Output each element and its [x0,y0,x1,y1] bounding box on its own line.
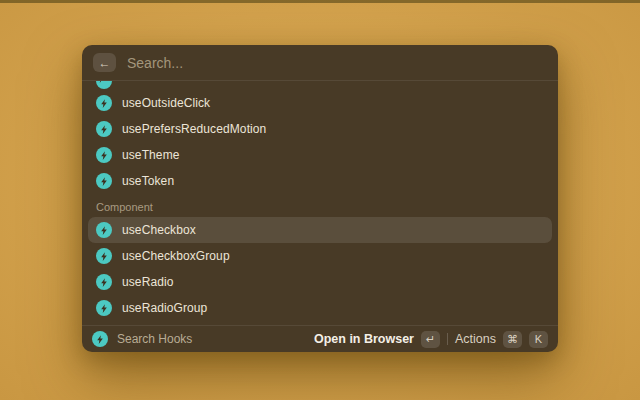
list-item-label: useRadioGroup [122,301,207,315]
footer-app: Search Hooks [92,331,306,347]
bolt-icon [96,173,112,189]
footer-actions: Open in Browser ↵ Actions ⌘ K [314,331,548,348]
bolt-icon [96,222,112,238]
list-item[interactable]: useToken [88,168,552,194]
list-item[interactable]: usePrefersReducedMotion [88,116,552,142]
bolt-icon [96,274,112,290]
enter-key-badge: ↵ [421,331,440,348]
k-key-badge: K [529,331,548,348]
bolt-icon [92,331,108,347]
partially-scrolled-item[interactable] [88,81,552,90]
list-item-label: useToken [122,174,174,188]
open-in-browser-action[interactable]: Open in Browser ↵ [314,331,440,348]
bolt-icon [96,248,112,264]
bolt-icon [96,147,112,163]
command-palette-window: ← useOutsideClick usePrefersReducedMotio… [82,45,558,352]
bolt-icon [96,300,112,316]
footer-actions-divider [447,333,448,345]
primary-action-label: Open in Browser [314,332,414,346]
search-bar: ← [82,45,558,80]
results-list: useOutsideClick usePrefersReducedMotion … [82,81,558,325]
list-item-label: useCheckboxGroup [122,249,230,263]
bolt-icon [96,121,112,137]
section-header: Component [88,194,552,217]
list-item[interactable]: useCheckbox [88,217,552,243]
list-item[interactable]: useRadioGroup [88,295,552,321]
wallpaper-top-edge [0,0,640,3]
actions-menu-trigger[interactable]: Actions ⌘ K [455,331,548,348]
list-item-label: useOutsideClick [122,96,210,110]
search-input[interactable] [127,55,547,71]
list-item-label: useTheme [122,148,180,162]
list-item-label: useRadio [122,275,174,289]
list-item-label: usePrefersReducedMotion [122,122,266,136]
actions-label: Actions [455,332,496,346]
list-item[interactable]: useRadio [88,269,552,295]
cmd-key-badge: ⌘ [503,331,522,348]
bolt-icon [96,95,112,111]
list-item[interactable]: useTheme [88,142,552,168]
footer-app-name: Search Hooks [117,332,192,346]
list-item[interactable]: useCheckboxGroup [88,243,552,269]
list-item-label: useCheckbox [122,223,196,237]
list-item[interactable]: useOutsideClick [88,90,552,116]
footer: Search Hooks Open in Browser ↵ Actions ⌘… [82,326,558,352]
back-button[interactable]: ← [93,53,116,72]
bolt-icon [96,81,112,89]
